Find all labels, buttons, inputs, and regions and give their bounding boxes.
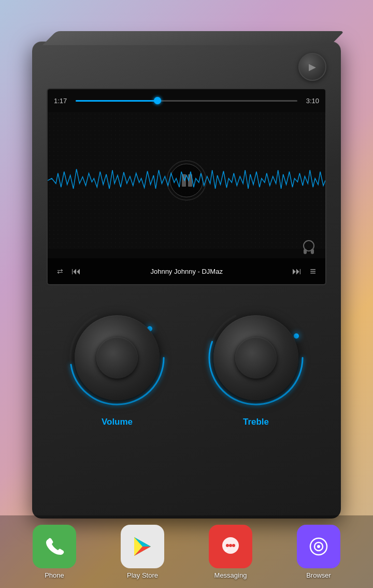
waveform-area (48, 112, 325, 249)
messaging-icon (209, 525, 252, 568)
treble-knob-wrapper[interactable] (204, 306, 308, 410)
svg-rect-5 (182, 174, 186, 187)
phone-label: Phone (45, 571, 64, 579)
playstore-icon (121, 525, 164, 568)
progress-track[interactable] (76, 100, 297, 102)
dock-item-playstore[interactable]: Play Store (106, 525, 179, 579)
svg-point-15 (294, 333, 299, 339)
progress-fill (76, 100, 157, 102)
treble-label: Treble (243, 417, 269, 427)
skip-button[interactable]: ⏭ (290, 264, 304, 279)
next-button-top[interactable] (298, 53, 326, 81)
browser-label: Browser (306, 571, 331, 579)
volume-knob-body[interactable] (75, 315, 160, 400)
headphone-icon (299, 239, 318, 257)
dock-item-messaging[interactable]: Messaging (194, 525, 267, 579)
dock-item-browser[interactable]: Browser (282, 525, 355, 579)
svg-point-22 (226, 544, 229, 547)
progress-thumb[interactable] (154, 97, 161, 104)
controls-bar: ⇄ ⏮ Johnny Johnny - DJMaz ⏭ ≡ (48, 258, 325, 284)
shuffle-button[interactable]: ⇄ (55, 265, 65, 277)
playstore-label: Play Store (127, 571, 158, 579)
svg-rect-8 (304, 249, 307, 254)
svg-point-27 (317, 545, 320, 548)
svg-point-23 (229, 544, 232, 547)
browser-icon (297, 525, 340, 568)
time-current: 1:17 (54, 97, 70, 105)
messaging-label: Messaging (214, 571, 247, 579)
device-top-face (42, 31, 345, 45)
treble-knob-inner (235, 337, 277, 379)
svg-point-24 (232, 544, 235, 547)
dock-item-phone[interactable]: Phone (18, 525, 91, 579)
treble-knob-container: Treble (204, 306, 308, 427)
dock: Phone Play Store Messaging (0, 515, 373, 588)
volume-knob-container: Volume (65, 306, 169, 427)
knobs-section: Volume Treble (32, 296, 341, 427)
volume-knob-inner (96, 337, 138, 379)
waveform-svg (48, 112, 325, 249)
device-body: 1:17 3:10 (32, 41, 341, 519)
volume-knob-wrapper[interactable] (65, 306, 169, 410)
progress-area[interactable]: 1:17 3:10 (48, 89, 325, 112)
track-title: Johnny Johnny - DJMaz (87, 268, 286, 275)
menu-button[interactable]: ≡ (308, 263, 318, 279)
time-total: 3:10 (303, 97, 319, 105)
volume-label: Volume (102, 417, 133, 427)
prev-button[interactable]: ⏮ (69, 264, 83, 279)
svg-rect-9 (311, 249, 314, 254)
treble-knob-body[interactable] (213, 315, 298, 400)
phone-icon (33, 525, 76, 568)
player-screen: 1:17 3:10 (47, 88, 326, 285)
